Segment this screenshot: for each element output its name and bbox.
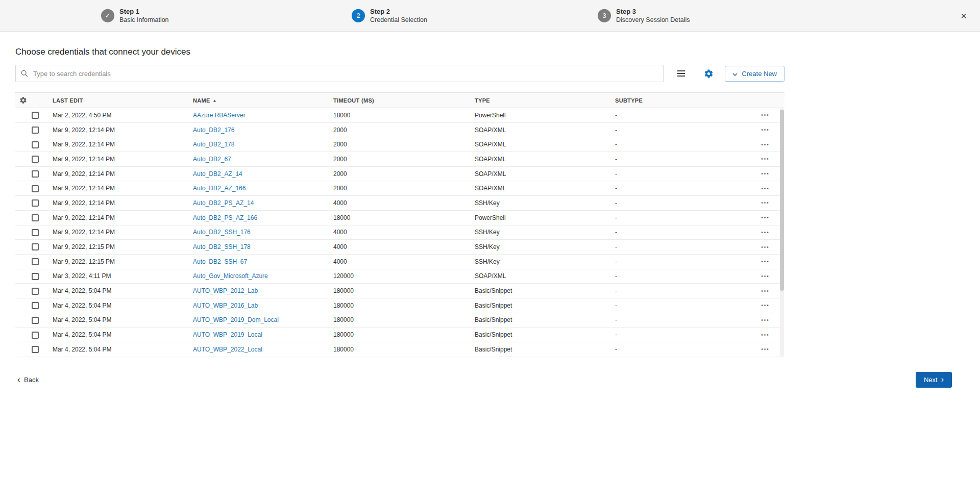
step-discovery-session-details[interactable]: 3 Step 3 Discovery Session Details (598, 7, 690, 24)
row-checkbox[interactable] (32, 346, 39, 353)
credential-name-link[interactable]: Auto_DB2_67 (193, 156, 231, 163)
row-checkbox[interactable] (32, 170, 39, 178)
row-actions-button[interactable]: ••• (750, 127, 785, 133)
cell-name: AUTO_WBP_2019_Dom_Local (193, 313, 333, 328)
cell-name: AAzure RBAServer (193, 108, 333, 123)
column-header-last-edit[interactable]: LAST EDIT (53, 93, 193, 108)
step-completed-circle: ✓ (101, 9, 114, 22)
row-actions-button[interactable]: ••• (750, 332, 785, 338)
row-actions-button[interactable]: ••• (750, 244, 785, 250)
column-header-name[interactable]: NAME▲ (193, 93, 333, 108)
cell-timeout: 2000 (333, 166, 475, 181)
row-checkbox[interactable] (32, 199, 39, 207)
checkbox-cell (15, 269, 53, 284)
row-checkbox[interactable] (32, 288, 39, 295)
step-sublabel: Basic Information (119, 16, 169, 24)
row-actions-button[interactable]: ••• (750, 273, 785, 279)
column-header-type[interactable]: TYPE (475, 93, 615, 108)
credential-name-link[interactable]: Auto_DB2_AZ_14 (193, 170, 242, 178)
step-credential-selection[interactable]: 2 Step 2 Credential Selection (352, 7, 427, 24)
credential-search (15, 65, 664, 82)
actions-cell: ••• (750, 240, 785, 255)
column-header-subtype[interactable]: SUBTYPE (615, 93, 750, 108)
row-checkbox[interactable] (32, 273, 39, 280)
credential-name-link[interactable]: Auto_DB2_PS_AZ_166 (193, 214, 257, 221)
credential-name-link[interactable]: Auto_DB2_178 (193, 141, 234, 148)
table-scrollbar[interactable] (780, 108, 784, 357)
row-actions-button[interactable]: ••• (750, 230, 785, 235)
row-actions-button[interactable]: ••• (750, 112, 785, 118)
row-checkbox[interactable] (32, 112, 39, 119)
row-checkbox[interactable] (32, 332, 39, 339)
row-actions-button[interactable]: ••• (750, 200, 785, 206)
cell-subtype: - (615, 210, 750, 225)
credential-selection-panel: Choose credentials that connect your dev… (15, 47, 785, 357)
row-checkbox[interactable] (32, 214, 39, 221)
wizard-stepper: ✓ Step 1 Basic Information 2 Step 2 Cred… (0, 0, 980, 32)
row-actions-button[interactable]: ••• (750, 186, 785, 191)
list-menu-icon[interactable] (677, 70, 685, 77)
table-row: Mar 9, 2022, 12:15 PMAuto_DB2_SSH_178400… (15, 240, 785, 255)
credential-name-link[interactable]: Auto_DB2_SSH_67 (193, 258, 247, 265)
credential-name-link[interactable]: AAzure RBAServer (193, 112, 246, 119)
credential-name-link[interactable]: AUTO_WBP_2022_Local (193, 346, 262, 353)
scrollbar-thumb[interactable] (780, 110, 784, 291)
next-button[interactable]: Next › (916, 372, 952, 388)
row-actions-button[interactable]: ••• (750, 346, 785, 352)
cell-last-edit: Mar 9, 2022, 12:15 PM (53, 254, 193, 269)
checkbox-cell (15, 328, 53, 342)
row-actions-button[interactable]: ••• (750, 171, 785, 177)
row-actions-button[interactable]: ••• (750, 259, 785, 264)
credential-name-link[interactable]: Auto_DB2_SSH_176 (193, 229, 251, 236)
table-settings-gear-icon[interactable] (704, 69, 714, 79)
search-icon (20, 69, 29, 80)
row-actions-button[interactable]: ••• (750, 215, 785, 220)
column-header-timeout[interactable]: TIMEOUT (MS) (333, 93, 475, 108)
row-checkbox[interactable] (32, 302, 39, 309)
row-checkbox[interactable] (32, 229, 39, 236)
credential-name-link[interactable]: Auto_Gov_Microsoft_Azure (193, 272, 268, 280)
row-actions-button[interactable]: ••• (750, 303, 785, 308)
row-checkbox[interactable] (32, 317, 39, 324)
row-checkbox[interactable] (32, 127, 39, 134)
actions-cell: ••• (750, 108, 785, 123)
credential-name-link[interactable]: AUTO_WBP_2019_Dom_Local (193, 316, 279, 323)
table-row: Mar 2, 2022, 4:50 PMAAzure RBAServer1800… (15, 108, 785, 123)
actions-cell: ••• (750, 196, 785, 211)
cell-name: AUTO_WBP_2022_Local (193, 342, 333, 357)
column-settings-gear-icon[interactable] (19, 96, 27, 104)
credential-name-link[interactable]: AUTO_WBP_2012_Lab (193, 287, 258, 294)
close-wizard-button[interactable]: × (961, 11, 967, 21)
step-sublabel: Discovery Session Details (616, 16, 690, 24)
credential-name-link[interactable]: Auto_DB2_SSH_178 (193, 243, 251, 250)
credentials-table: LAST EDIT NAME▲ TIMEOUT (MS) TYPE SUBTYP… (15, 92, 785, 357)
create-new-button[interactable]: Create New (725, 66, 785, 82)
row-actions-button[interactable]: ••• (750, 288, 785, 294)
table-toolbar: Create New (15, 65, 785, 82)
credential-name-link[interactable]: Auto_DB2_AZ_166 (193, 185, 246, 192)
credential-name-link[interactable]: Auto_DB2_PS_AZ_14 (193, 199, 254, 207)
cell-name: Auto_DB2_PS_AZ_14 (193, 196, 333, 211)
row-checkbox[interactable] (32, 156, 39, 163)
actions-cell: ••• (750, 137, 785, 152)
cell-type: SOAP/XML (475, 152, 615, 167)
back-button[interactable]: ‹ Back (17, 375, 39, 384)
credential-name-link[interactable]: AUTO_WBP_2016_Lab (193, 302, 258, 309)
cell-subtype: - (615, 225, 750, 240)
credential-name-link[interactable]: AUTO_WBP_2019_Local (193, 331, 262, 338)
row-checkbox[interactable] (32, 258, 39, 265)
cell-subtype: - (615, 108, 750, 123)
row-actions-button[interactable]: ••• (750, 156, 785, 162)
cell-type: Basic/Snippet (475, 328, 615, 342)
row-checkbox[interactable] (32, 243, 39, 250)
row-checkbox[interactable] (32, 185, 39, 192)
cell-subtype: - (615, 137, 750, 152)
credential-name-link[interactable]: Auto_DB2_176 (193, 127, 234, 134)
row-checkbox[interactable] (32, 141, 39, 148)
step-basic-information[interactable]: ✓ Step 1 Basic Information (101, 7, 169, 24)
row-actions-button[interactable]: ••• (750, 317, 785, 323)
row-actions-button[interactable]: ••• (750, 142, 785, 147)
table-row: Mar 9, 2022, 12:14 PMAuto_DB2_672000SOAP… (15, 152, 785, 167)
cell-subtype: - (615, 166, 750, 181)
search-input[interactable] (15, 65, 664, 82)
